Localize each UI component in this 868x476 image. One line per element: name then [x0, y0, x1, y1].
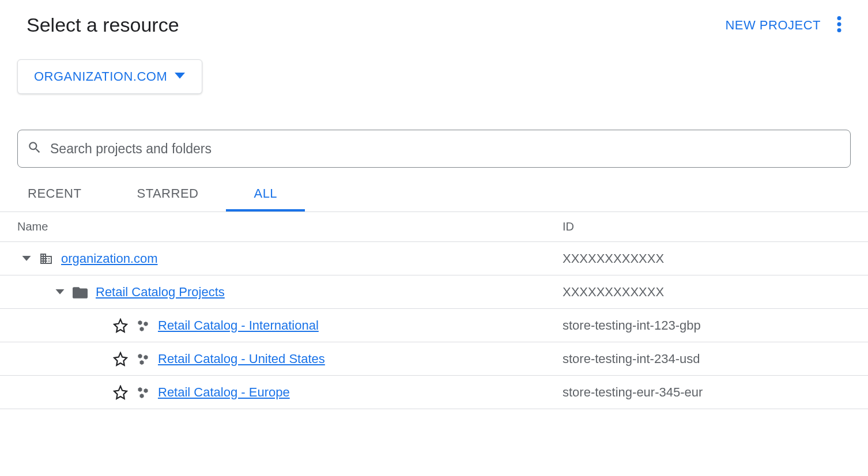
- star-outline-icon[interactable]: [113, 318, 128, 333]
- search-container: [17, 130, 851, 168]
- project-id: store-testing-int-123-gbp: [563, 318, 851, 333]
- expand-arrow-icon[interactable]: [22, 256, 31, 262]
- org-link[interactable]: organization.com: [61, 251, 158, 266]
- more-vert-icon[interactable]: [837, 16, 841, 35]
- table-row[interactable]: Retail Catalog Projects XXXXXXXXXXXX: [0, 275, 868, 309]
- star-outline-icon[interactable]: [113, 352, 128, 367]
- folder-icon: [73, 286, 88, 299]
- project-link[interactable]: Retail Catalog - Europe: [158, 385, 290, 400]
- column-name: Name: [17, 220, 563, 233]
- project-icon: [136, 386, 150, 399]
- dialog-header: Select a resource NEW PROJECT: [0, 0, 868, 36]
- organization-label: ORGANIZATION.COM: [34, 69, 167, 84]
- organization-dropdown[interactable]: ORGANIZATION.COM: [17, 59, 202, 94]
- table-row[interactable]: organization.com XXXXXXXXXXXX: [0, 242, 868, 275]
- search-icon: [27, 140, 42, 157]
- tab-recent[interactable]: RECENT: [0, 186, 109, 211]
- svg-point-1: [837, 22, 841, 26]
- project-link[interactable]: Retail Catalog - International: [158, 318, 319, 333]
- svg-point-2: [837, 28, 841, 32]
- header-actions: NEW PROJECT: [725, 16, 841, 35]
- table-header: Name ID: [0, 212, 868, 242]
- table-row[interactable]: Retail Catalog - Europe store-testing-eu…: [0, 376, 868, 409]
- tabs: RECENT STARRED ALL: [0, 168, 868, 212]
- new-project-button[interactable]: NEW PROJECT: [725, 18, 821, 33]
- expand-arrow-icon[interactable]: [55, 289, 65, 295]
- project-icon: [136, 319, 150, 333]
- chevron-down-icon: [174, 71, 186, 82]
- star-outline-icon[interactable]: [113, 385, 128, 400]
- page-title: Select a resource: [27, 14, 179, 36]
- project-id: store-testing-int-234-usd: [563, 352, 851, 367]
- svg-point-0: [837, 16, 841, 20]
- column-id: ID: [563, 220, 851, 233]
- project-id: store-testing-eur-345-eur: [563, 385, 851, 400]
- organization-icon: [39, 252, 53, 266]
- folder-link[interactable]: Retail Catalog Projects: [96, 285, 225, 300]
- org-id: XXXXXXXXXXXX: [563, 251, 851, 266]
- folder-id: XXXXXXXXXXXX: [563, 285, 851, 300]
- search-input[interactable]: [50, 141, 841, 157]
- table-row[interactable]: Retail Catalog - United States store-tes…: [0, 342, 868, 376]
- project-link[interactable]: Retail Catalog - United States: [158, 352, 325, 367]
- tab-all[interactable]: ALL: [226, 186, 305, 211]
- tab-starred[interactable]: STARRED: [109, 186, 226, 211]
- table-row[interactable]: Retail Catalog - International store-tes…: [0, 309, 868, 342]
- project-icon: [136, 352, 150, 366]
